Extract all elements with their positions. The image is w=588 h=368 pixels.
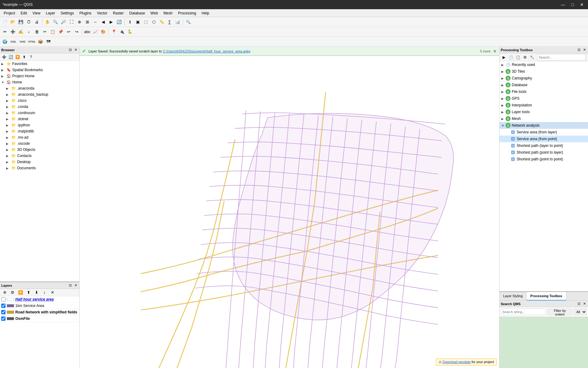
search-button[interactable]: 🔍 <box>185 18 192 26</box>
browser-tree-item[interactable]: ▶📁.dotnet <box>0 116 79 122</box>
browser-tree-item[interactable]: ▶📁.anaconda_backup <box>0 91 79 98</box>
layer-visibility-checkbox[interactable] <box>1 310 6 314</box>
qms-search-input[interactable] <box>501 309 546 315</box>
layer-item[interactable]: 1km Service Area <box>0 303 79 309</box>
menu-item-raster[interactable]: Raster <box>111 10 126 16</box>
pt-run-button[interactable]: ▶ <box>501 54 507 60</box>
edit-button[interactable]: ✍ <box>17 28 24 36</box>
menu-item-edit[interactable]: Edit <box>18 10 29 16</box>
menu-item-vector[interactable]: Vector <box>95 10 110 16</box>
layer-item[interactable]: Road Network with simplified fields <box>0 309 79 316</box>
menu-item-plugins[interactable]: Plugins <box>77 10 94 16</box>
browser-add-button[interactable]: ➕ <box>1 54 7 60</box>
pt-category-item[interactable]: ▶QLayer tools <box>499 109 588 115</box>
layers-remove-button[interactable]: ✕ <box>49 289 56 296</box>
zoom-full-button[interactable]: ⛶ <box>68 18 75 26</box>
qms-close-button[interactable]: ✕ <box>582 301 587 306</box>
zoom-layer-button[interactable]: ⊕ <box>76 18 83 26</box>
menu-item-web[interactable]: Web <box>148 10 160 16</box>
browser-tree-item[interactable]: ▶📁.ms-ad <box>0 134 79 140</box>
map-canvas[interactable]: ✔ Layer Saved: Successfully saved scratc… <box>80 47 499 368</box>
add-feature-button[interactable]: ➕ <box>9 28 17 36</box>
geocode-button[interactable]: 🌍 <box>1 38 9 45</box>
qms-select[interactable]: All <box>574 309 587 315</box>
layers-float-button[interactable]: ⊡ <box>68 283 73 288</box>
layers-filter-button[interactable]: 🔽 <box>17 289 24 296</box>
python-button[interactable]: 🐍 <box>126 28 134 36</box>
minimize-button[interactable]: — <box>559 2 567 8</box>
browser-tree-item[interactable]: ▶🏠Project Home <box>0 73 79 79</box>
processing-toolbox-tab[interactable]: Processing Toolbox <box>527 292 566 301</box>
menu-item-processing[interactable]: Processing <box>175 10 198 16</box>
pt-results-button[interactable]: 📋 <box>515 54 521 60</box>
browser-tree-item[interactable]: ▶📁.vscode <box>0 140 79 147</box>
delete-button[interactable]: 🗑 <box>33 28 40 36</box>
undo-button[interactable]: ↩ <box>65 28 72 36</box>
zoom-out-button[interactable]: 🔎 <box>60 18 67 26</box>
maximize-button[interactable]: □ <box>570 2 576 8</box>
zoom-selection-button[interactable]: ⊞ <box>84 18 91 26</box>
shapefile-button[interactable]: 🗺 <box>45 38 52 45</box>
pan-button[interactable]: ✋ <box>44 18 51 26</box>
menu-item-view[interactable]: View <box>30 10 43 16</box>
layers-move-up-button[interactable]: ⬆ <box>25 289 32 296</box>
zoom-last-button[interactable]: ◀ <box>100 18 107 26</box>
zoom-in-button[interactable]: 🔍 <box>52 18 59 26</box>
browser-float-button[interactable]: ⊡ <box>68 48 73 52</box>
browser-tree-item[interactable]: ▶📁Contacts <box>0 153 79 159</box>
processing-toolbox-search[interactable] <box>537 54 586 61</box>
browser-close-button[interactable]: ✕ <box>73 48 78 52</box>
layers-close-button[interactable]: ✕ <box>73 283 78 288</box>
diagram-button[interactable]: 📈 <box>92 28 99 36</box>
pt-sub-item[interactable]: NShortest path (point to point) <box>499 156 588 163</box>
pt-sub-item[interactable]: NService area (from layer) <box>499 129 588 136</box>
identify-button[interactable]: ℹ <box>126 18 134 26</box>
node-tool-button[interactable]: ⬦ <box>25 28 32 36</box>
pt-category-item[interactable]: ▶QFile tools <box>499 88 588 95</box>
map-view[interactable] <box>80 56 499 368</box>
select-rect-button[interactable]: ⬚ <box>142 18 149 26</box>
browser-tree-item[interactable]: ▶⭐Favorites <box>0 61 79 67</box>
digitize-button[interactable]: ✏ <box>1 28 9 36</box>
layer-item[interactable]: Half hour service area <box>0 296 79 303</box>
pt-category-item[interactable]: ▶QGPS <box>499 95 588 102</box>
menu-item-help[interactable]: Help <box>199 10 212 16</box>
pt-category-item[interactable]: ▼QNetwork analysis <box>499 122 588 129</box>
select-button[interactable]: ▣ <box>134 18 141 26</box>
locator-button[interactable]: 📍 <box>110 28 118 36</box>
browser-refresh-button[interactable]: 🔄 <box>8 54 14 60</box>
geopackage-button[interactable]: 📦 <box>37 38 44 45</box>
browser-tree-item[interactable]: ▼🏠Home <box>0 79 79 85</box>
refresh-button[interactable]: 🔄 <box>115 18 123 26</box>
pt-category-item[interactable]: ▶Q3D Tiles <box>499 68 588 75</box>
pt-category-item[interactable]: ▶QMesh <box>499 115 588 122</box>
kmz-button[interactable]: KMZ <box>18 38 27 45</box>
menu-item-settings[interactable]: Settings <box>58 10 76 16</box>
browser-tree-item[interactable]: ▶📁Desktop <box>0 159 79 165</box>
download-link[interactable]: Download geodata <box>443 360 471 364</box>
pt-sub-item[interactable]: NService area (from point) <box>499 136 588 142</box>
layers-expand-button[interactable]: ↕ <box>41 289 48 296</box>
qms-filter-button[interactable]: Filter by extent <box>547 309 572 315</box>
paste-button[interactable]: 📌 <box>57 28 64 36</box>
stats-button[interactable]: 📊 <box>174 18 181 26</box>
browser-tree-item[interactable]: ▶📁.continuum <box>0 110 79 116</box>
pt-history-button[interactable]: 🕐 <box>508 54 514 60</box>
html-button[interactable]: HTML <box>28 38 36 45</box>
layers-manage-button[interactable]: ⚙ <box>9 289 16 296</box>
copy-button[interactable]: 📋 <box>49 28 56 36</box>
layer-visibility-checkbox[interactable] <box>1 304 6 308</box>
browser-tree-item[interactable]: ▶📁3D Objects <box>0 147 79 153</box>
pt-category-item[interactable]: ▶QInterpolation <box>499 102 588 109</box>
browser-tree-item[interactable]: ▶📁.anaconda <box>0 85 79 91</box>
layers-add-group-button[interactable]: ⊞ <box>1 289 8 296</box>
notification-more[interactable]: 5 more <box>480 49 491 53</box>
label-button[interactable]: abc <box>84 28 91 36</box>
close-button[interactable]: ✕ <box>578 2 586 8</box>
pt-settings-button[interactable]: 🔧 <box>529 54 535 60</box>
menu-item-database[interactable]: Database <box>127 10 147 16</box>
zoom-next-button[interactable]: ▶ <box>107 18 115 26</box>
kml-button[interactable]: KML <box>9 38 18 45</box>
menu-item-layer[interactable]: Layer <box>43 10 58 16</box>
notification-link[interactable]: C:\Users\635422\Documents\half_hour_serv… <box>163 49 250 53</box>
